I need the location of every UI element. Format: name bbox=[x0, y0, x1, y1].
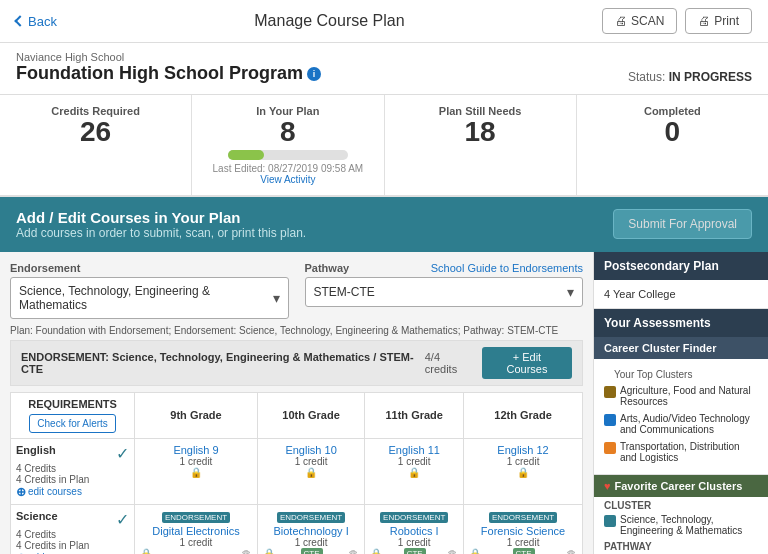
english-grade9-course[interactable]: English 9 bbox=[140, 444, 252, 456]
trash-icon[interactable]: 🗑 bbox=[241, 548, 252, 554]
endorsement-dropdown[interactable]: Science, Technology, Engineering & Mathe… bbox=[10, 277, 289, 319]
career-clusters-content: Your Top Clusters Agriculture, Food and … bbox=[594, 359, 768, 474]
submit-approval-button[interactable]: Submit For Approval bbox=[613, 209, 752, 239]
scan-button[interactable]: 🖨 SCAN bbox=[602, 8, 677, 34]
science-subject-cell: Science ✓ 4 Credits 4 Credits in Plan ⊕ … bbox=[11, 504, 135, 554]
grade9-endorsement-badge: ENDORSEMENT bbox=[162, 512, 230, 523]
add-edit-subtitle: Add courses in order to submit, scan, or… bbox=[16, 226, 306, 240]
check-alerts-button[interactable]: Check for Alerts bbox=[29, 414, 116, 433]
completed-value: 0 bbox=[593, 117, 752, 148]
table-row: English ✓ 4 Credits 4 Credits in Plan ⊕ … bbox=[11, 438, 583, 504]
science-grade11-cell: ENDORSEMENT Robotics I 1 credit 🔒 CTE 🗑 bbox=[365, 504, 464, 554]
plan-info-text: Plan: Foundation with Endorsement; Endor… bbox=[10, 325, 583, 336]
endorsement-pathway-row: Endorsement Science, Technology, Enginee… bbox=[10, 262, 583, 319]
stem-cluster-icon bbox=[604, 515, 616, 527]
english-grade12-course[interactable]: English 12 bbox=[469, 444, 577, 456]
grade11-endorsement-badge: ENDORSEMENT bbox=[380, 512, 448, 523]
english-grade10-course[interactable]: English 10 bbox=[263, 444, 359, 456]
add-edit-banner: Add / Edit Courses in Your Plan Add cour… bbox=[0, 197, 768, 252]
english-grade9-cell: English 9 1 credit 🔒 bbox=[135, 438, 258, 504]
back-label: Back bbox=[28, 14, 57, 29]
school-name: Naviance High School bbox=[16, 51, 321, 63]
science-grade10-credit: 1 credit bbox=[263, 537, 359, 548]
pathway-value: STEM-CTE bbox=[314, 285, 375, 299]
postsecondary-header: Postsecondary Plan bbox=[594, 252, 768, 280]
in-your-plan-box: In Your Plan 8 Last Edited: 08/27/2019 0… bbox=[192, 95, 384, 195]
grade11-header: 11th Grade bbox=[365, 392, 464, 438]
pathway-label: PATHWAY bbox=[594, 538, 768, 553]
english-grade11-course[interactable]: English 11 bbox=[370, 444, 458, 456]
program-bar: Naviance High School Foundation High Sch… bbox=[0, 43, 768, 95]
endorsement-col: Endorsement Science, Technology, Enginee… bbox=[10, 262, 289, 319]
endorsement-header-title: ENDORSEMENT: Science, Technology, Engine… bbox=[21, 351, 425, 375]
scan-icon: 🖨 bbox=[615, 14, 627, 28]
english-edit-label: edit courses bbox=[28, 486, 82, 497]
grade10-header: 10th Grade bbox=[257, 392, 364, 438]
favorite-clusters-section: ♥ Favorite Career Clusters CLUSTER Scien… bbox=[594, 475, 768, 554]
science-credits-plan: 4 Credits in Plan bbox=[16, 540, 129, 551]
cluster-1-name: Agriculture, Food and Natural Resources bbox=[620, 385, 758, 407]
view-activity-link[interactable]: View Activity bbox=[260, 174, 315, 185]
cluster-2-name: Arts, Audio/Video Technology and Communi… bbox=[620, 413, 758, 435]
cluster-item-1: Agriculture, Food and Natural Resources bbox=[604, 382, 758, 410]
english-credits-req: 4 Credits bbox=[16, 463, 129, 474]
print-button[interactable]: 🖨 Print bbox=[685, 8, 752, 34]
trash-icon[interactable]: 🗑 bbox=[447, 548, 458, 554]
print-label: Print bbox=[714, 14, 739, 28]
top-clusters-label: Your Top Clusters bbox=[604, 367, 758, 382]
english-grade12-credit: 1 credit bbox=[469, 456, 577, 467]
science-grade10-cell: ENDORSEMENT Biotechnology I 1 credit 🔒 C… bbox=[257, 504, 364, 554]
requirements-table: REQUIREMENTS Check for Alerts 9th Grade … bbox=[10, 392, 583, 554]
science-grade11-course[interactable]: Robotics I bbox=[370, 525, 458, 537]
science-grade11-credit: 1 credit bbox=[370, 537, 458, 548]
plan-still-needs-box: Plan Still Needs 18 bbox=[385, 95, 577, 195]
pathway-label: Pathway bbox=[305, 262, 350, 274]
program-title-text: Foundation High School Program bbox=[16, 63, 303, 84]
english-grade10-cell: English 10 1 credit 🔒 bbox=[257, 438, 364, 504]
english-subject-name: English bbox=[16, 444, 56, 463]
credits-badge: 4/4 credits bbox=[425, 351, 474, 375]
lock-icon: 🔒 bbox=[469, 548, 481, 554]
postsecondary-content: 4 Year College bbox=[594, 280, 768, 308]
assessments-header: Your Assessments bbox=[594, 309, 768, 337]
back-button[interactable]: Back bbox=[16, 14, 57, 29]
status-value: IN PROGRESS bbox=[669, 70, 752, 84]
table-row: Science ✓ 4 Credits 4 Credits in Plan ⊕ … bbox=[11, 504, 583, 554]
english-checkmark-icon: ✓ bbox=[116, 444, 129, 463]
trash-icon[interactable]: 🗑 bbox=[566, 548, 577, 554]
science-grade10-course[interactable]: Biotechnology I bbox=[263, 525, 359, 537]
lock-icon: 🔒 bbox=[263, 467, 359, 478]
english-credits-plan: 4 Credits in Plan bbox=[16, 474, 129, 485]
edit-courses-button[interactable]: + Edit Courses bbox=[482, 347, 572, 379]
right-sidebar: Postsecondary Plan 4 Year College Your A… bbox=[593, 252, 768, 554]
lock-icon: 🔒 bbox=[140, 467, 252, 478]
requirements-header: REQUIREMENTS Check for Alerts bbox=[11, 392, 135, 438]
cte-badge: CTE bbox=[513, 548, 535, 554]
science-grade12-credit: 1 credit bbox=[469, 537, 577, 548]
printer-icon: 🖨 bbox=[698, 14, 710, 28]
cte-badge: CTE bbox=[301, 548, 323, 554]
english-edit-courses-link[interactable]: ⊕ edit courses bbox=[16, 485, 129, 499]
lock-icon: 🔒 bbox=[263, 548, 275, 554]
in-your-plan-value: 8 bbox=[280, 117, 296, 148]
science-grade9-cell: ENDORSEMENT Digital Electronics 1 credit… bbox=[135, 504, 258, 554]
english-subject-cell: English ✓ 4 Credits 4 Credits in Plan ⊕ … bbox=[11, 438, 135, 504]
cte-badge: CTE bbox=[404, 548, 426, 554]
favorite-cluster-item: Science, Technology, Engineering & Mathe… bbox=[594, 512, 768, 538]
scan-label: SCAN bbox=[631, 14, 664, 28]
pathway-dropdown[interactable]: STEM-CTE ▾ bbox=[305, 277, 584, 307]
cluster-item-3: Transportation, Distribution and Logisti… bbox=[604, 438, 758, 466]
lock-icon: 🔒 bbox=[469, 467, 577, 478]
grade12-header: 12th Grade bbox=[464, 392, 583, 438]
cluster-3-name: Transportation, Distribution and Logisti… bbox=[620, 441, 758, 463]
status-label: Status: bbox=[628, 70, 665, 84]
endorsement-header: ENDORSEMENT: Science, Technology, Engine… bbox=[10, 340, 583, 386]
info-icon[interactable]: i bbox=[307, 67, 321, 81]
cluster-label: CLUSTER bbox=[594, 497, 768, 512]
add-edit-text: Add / Edit Courses in Your Plan Add cour… bbox=[16, 209, 306, 240]
trash-icon[interactable]: 🗑 bbox=[348, 548, 359, 554]
favorite-clusters-header: ♥ Favorite Career Clusters bbox=[594, 475, 768, 497]
school-guide-link[interactable]: School Guide to Endorsements bbox=[431, 262, 583, 277]
science-grade12-course[interactable]: Forensic Science bbox=[469, 525, 577, 537]
science-grade9-course[interactable]: Digital Electronics bbox=[140, 525, 252, 537]
